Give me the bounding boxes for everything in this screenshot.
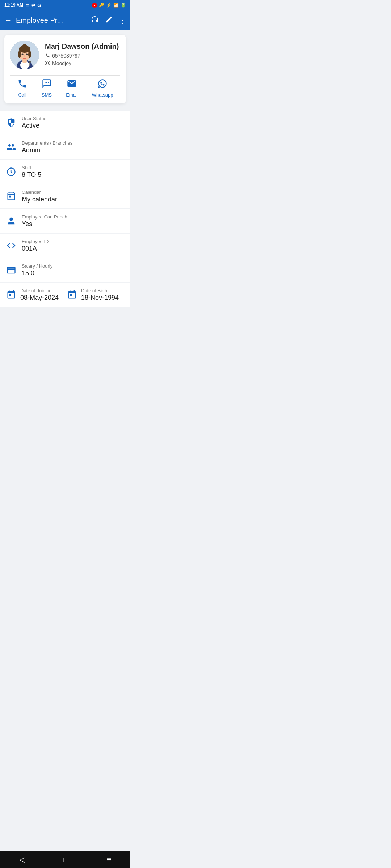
action-buttons: Call SMS Email Whatsapp: [10, 75, 120, 98]
status-time: 11:19 AM: [4, 3, 23, 8]
wifi-icon: 📶: [113, 3, 119, 8]
departments-row: Departments / Branches Admin: [0, 135, 130, 159]
departments-label: Departments / Branches: [22, 140, 125, 146]
employee-id-label: Employee ID: [22, 239, 125, 244]
calendar-label: Calendar: [22, 190, 125, 195]
joining-date-label: Date of Joining: [20, 288, 64, 293]
svg-point-7: [18, 51, 21, 58]
user-status-label: User Status: [22, 116, 125, 121]
birth-calendar-icon: [67, 290, 77, 300]
employee-id-value: 001A: [22, 245, 125, 252]
svg-point-12: [27, 54, 28, 54]
shift-label: Shift: [22, 165, 125, 170]
email-label: Email: [66, 92, 78, 98]
headphone-button[interactable]: [91, 15, 99, 26]
svg-point-16: [29, 61, 31, 63]
department-icon: [6, 142, 17, 152]
joining-date-content: Date of Joining 08-May-2024: [20, 288, 64, 302]
svg-point-8: [28, 51, 31, 58]
salary-row: Salary / Hourly 15.0: [0, 258, 130, 282]
back-button[interactable]: ←: [4, 16, 12, 25]
key-icon: 🔑: [99, 3, 104, 8]
salary-icon: [6, 265, 17, 275]
employee-id-content: Employee ID 001A: [22, 239, 125, 252]
person-icon: [6, 216, 17, 226]
profile-phone: 6575089797: [45, 53, 120, 59]
punch-row: Employee Can Punch Yes: [0, 209, 130, 233]
svg-point-6: [22, 44, 27, 49]
calendar-content: Calendar My calendar: [22, 190, 125, 203]
status-bar: 11:19 AM ▭ ⇌ G ● 🔑 ⚡ 📶 🔋: [0, 0, 130, 10]
call-label: Call: [18, 92, 26, 98]
departments-content: Departments / Branches Admin: [22, 140, 125, 154]
dates-row: Date of Joining 08-May-2024 Date of Birt…: [0, 283, 130, 307]
sms-label: SMS: [42, 92, 52, 98]
user-status-value: Active: [22, 122, 125, 129]
battery-icon: 🔋: [121, 3, 126, 8]
email-icon: [67, 78, 77, 91]
google-icon: G: [37, 3, 41, 8]
info-section: User Status Active Departments / Branche…: [0, 108, 130, 313]
page-title: Employee Pr...: [16, 16, 87, 25]
top-bar: ← Employee Pr... ⋮: [0, 10, 130, 30]
shift-content: Shift 8 TO 5: [22, 165, 125, 179]
punch-value: Yes: [22, 220, 125, 228]
calendar-row: Calendar My calendar: [0, 184, 130, 208]
shift-value: 8 TO 5: [22, 171, 125, 179]
calendar-value: My calendar: [22, 196, 125, 203]
company-icon: [45, 60, 50, 67]
whatsapp-button[interactable]: Whatsapp: [92, 78, 113, 98]
more-options-button[interactable]: ⋮: [119, 16, 126, 25]
shield-icon: [6, 118, 17, 128]
whatsapp-label: Whatsapp: [92, 92, 113, 98]
profile-name: Marj Dawson (Admin): [45, 42, 120, 51]
svg-point-14: [23, 58, 26, 59]
shift-row: Shift 8 TO 5: [0, 160, 130, 184]
salary-value: 15.0: [22, 269, 125, 277]
birth-date-col: Date of Birth 18-Nov-1994: [67, 288, 125, 302]
punch-content: Employee Can Punch Yes: [22, 214, 125, 228]
user-status-content: User Status Active: [22, 116, 125, 129]
email-button[interactable]: Email: [66, 78, 78, 98]
cast-icon: ⇌: [31, 3, 35, 8]
sms-icon: [42, 78, 52, 91]
phone-number: 6575089797: [52, 53, 80, 59]
svg-point-10: [26, 54, 28, 55]
phone-icon: [45, 53, 50, 59]
birth-date-label: Date of Birth: [81, 288, 125, 293]
calendar-icon: [6, 191, 17, 201]
profile-company: Moodjoy: [45, 60, 120, 67]
sms-button[interactable]: SMS: [42, 78, 52, 98]
profile-card: Marj Dawson (Admin) 6575089797 Moodjoy C…: [4, 35, 126, 103]
punch-label: Employee Can Punch: [22, 214, 125, 220]
bluetooth-icon: ⚡: [106, 3, 112, 8]
call-icon: [17, 78, 28, 91]
avatar: [10, 41, 39, 69]
departments-value: Admin: [22, 146, 125, 154]
birth-date-value: 18-Nov-1994: [81, 294, 125, 302]
salary-content: Salary / Hourly 15.0: [22, 263, 125, 277]
edit-button[interactable]: [105, 16, 113, 25]
svg-point-9: [22, 54, 24, 55]
joining-date-col: Date of Joining 08-May-2024: [6, 288, 64, 302]
company-name: Moodjoy: [52, 60, 71, 66]
svg-point-13: [24, 56, 25, 57]
call-button[interactable]: Call: [17, 78, 28, 98]
video-status-icon: ▭: [25, 3, 29, 8]
svg-point-11: [22, 54, 23, 54]
employee-id-row: Employee ID 001A: [0, 234, 130, 258]
salary-label: Salary / Hourly: [22, 263, 125, 269]
birth-date-content: Date of Birth 18-Nov-1994: [81, 288, 125, 302]
joining-calendar-icon: [6, 290, 17, 300]
code-icon: [6, 241, 17, 251]
user-status-row: User Status Active: [0, 111, 130, 135]
joining-date-value: 08-May-2024: [20, 294, 64, 302]
whatsapp-icon: [97, 78, 108, 91]
clock-icon: [6, 167, 17, 177]
record-icon: ●: [92, 3, 97, 8]
